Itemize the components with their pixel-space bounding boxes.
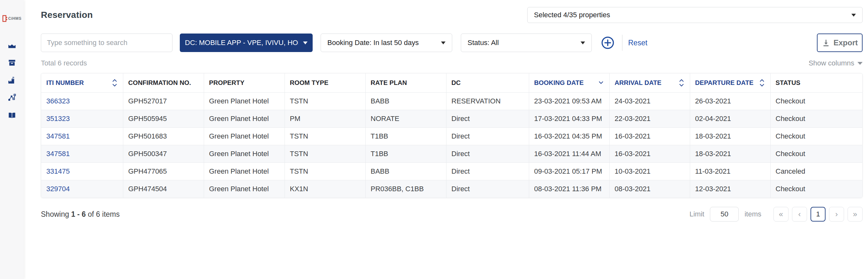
room-type-cell: TSTN: [284, 145, 365, 162]
iti-number-link[interactable]: 347581: [46, 132, 70, 140]
table-row: 366323GPH527017Green Planet HotelTSTNBAB…: [41, 92, 862, 110]
table-row: 329704GPH474504Green Planet HotelKX1NPR0…: [41, 180, 862, 197]
arrival-date-cell: 16-03-2021: [609, 127, 690, 145]
booking-date-cell: 09-03-2021 05:17 PM: [529, 162, 609, 180]
page-buttons: « ‹ 1 › »: [773, 207, 863, 221]
confirmation-no-cell: GPH477065: [123, 162, 204, 180]
route-chart-icon: [8, 94, 16, 102]
rate-plan-cell: BABB: [365, 162, 446, 180]
column-header-dc: DC: [446, 73, 529, 92]
limit-label: Limit: [689, 210, 704, 218]
chevron-down-icon: [441, 41, 445, 44]
dc-cell: Direct: [446, 162, 529, 180]
confirmation-no-cell: GPH527017: [123, 92, 204, 110]
column-header-booking-date[interactable]: BOOKING DATE: [529, 73, 609, 92]
rate-plan-cell: PR036BB, C1BB: [365, 180, 446, 197]
iti-number-cell: 366323: [41, 92, 123, 110]
cihms-door-icon: [2, 15, 7, 22]
iti-number-cell: 329704: [41, 180, 123, 197]
departure-date-cell: 12-03-2021: [690, 180, 770, 197]
table-row: 347581GPH501683Green Planet HotelTSTNT1B…: [41, 127, 862, 145]
sidebar-nav: [0, 36, 24, 124]
confirmation-no-cell: GPH500347: [123, 145, 204, 162]
filter-bar: DC: MOBILE APP - VPE, IVIVU, HON... Book…: [41, 33, 863, 52]
prev-page-button[interactable]: ‹: [792, 207, 807, 221]
column-header-iti-number[interactable]: ITI NUMBER: [41, 73, 123, 92]
next-page-button[interactable]: ›: [829, 207, 844, 221]
rate-plan-cell: BABB: [365, 92, 446, 110]
column-header-rate-plan: RATE PLAN: [365, 73, 446, 92]
iti-number-cell: 347581: [41, 127, 123, 145]
arrival-date-cell: 08-03-2021: [609, 180, 690, 197]
column-label: ARRIVAL DATE: [615, 79, 662, 87]
search-input[interactable]: [41, 33, 173, 52]
sidebar-item-analytics[interactable]: [0, 36, 24, 54]
status-filter-dropdown[interactable]: Status: All: [461, 33, 592, 52]
booking-date-cell: 16-03-2021 04:35 PM: [529, 127, 609, 145]
rate-plan-cell: NORATE: [365, 110, 446, 127]
iti-number-link[interactable]: 329704: [46, 185, 70, 193]
column-label: DC: [452, 79, 461, 87]
sort-desc-icon: [598, 81, 603, 84]
property-selector-dropdown[interactable]: Selected 4/35 properties: [527, 7, 863, 23]
first-page-button[interactable]: «: [773, 207, 788, 221]
last-page-button[interactable]: »: [847, 207, 863, 221]
sidebar-item-property[interactable]: [0, 71, 24, 89]
divider: [622, 35, 622, 51]
column-label: BOOKING DATE: [534, 79, 584, 87]
status-cell: Checkout: [770, 145, 862, 162]
showing-summary: Showing 1 - 6 of 6 items: [41, 210, 120, 219]
iti-number-link[interactable]: 351323: [46, 115, 70, 123]
dc-cell: Direct: [446, 145, 529, 162]
departure-date-cell: 26-03-2021: [690, 92, 770, 110]
iti-number-link[interactable]: 347581: [46, 150, 70, 158]
iti-number-link[interactable]: 366323: [46, 97, 70, 105]
arrival-date-cell: 10-03-2021: [609, 162, 690, 180]
reset-button[interactable]: Reset: [628, 39, 647, 47]
column-header-room-type: ROOM TYPE: [284, 73, 365, 92]
column-header-departure-date[interactable]: DEPARTURE DATE: [690, 73, 770, 92]
page-title: Reservation: [41, 10, 93, 20]
dc-filter-dropdown[interactable]: DC: MOBILE APP - VPE, IVIVU, HON...: [180, 33, 313, 52]
export-button[interactable]: Export: [817, 33, 863, 52]
column-header-arrival-date[interactable]: ARRIVAL DATE: [609, 73, 690, 92]
booking-date-filter-dropdown[interactable]: Booking Date: In last 50 days: [321, 33, 452, 52]
chevron-down-icon: [581, 41, 585, 44]
column-label: PROPERTY: [209, 79, 245, 87]
current-page-button[interactable]: 1: [810, 207, 826, 221]
column-label: ROOM TYPE: [290, 79, 329, 87]
iti-number-cell: 347581: [41, 145, 123, 162]
booking-date-cell: 17-03-2021 04:33 PM: [529, 110, 609, 127]
rate-plan-cell: T1BB: [365, 145, 446, 162]
sidebar-item-inventory[interactable]: [0, 54, 24, 71]
sidebar-item-reservations[interactable]: [0, 106, 24, 124]
departure-date-cell: 18-03-2021: [690, 127, 770, 145]
property-cell: Green Planet Hotel: [204, 127, 284, 145]
property-cell: Green Planet Hotel: [204, 162, 284, 180]
property-cell: Green Planet Hotel: [204, 92, 284, 110]
room-type-cell: TSTN: [284, 127, 365, 145]
room-type-cell: KX1N: [284, 180, 365, 197]
departure-date-cell: 18-03-2021: [690, 145, 770, 162]
room-type-cell: TSTN: [284, 92, 365, 110]
rate-plan-cell: T1BB: [365, 127, 446, 145]
limit-input[interactable]: [710, 207, 739, 221]
column-label: STATUS: [776, 79, 801, 87]
title-bar: Reservation Selected 4/35 properties: [41, 7, 863, 23]
confirmation-no-cell: GPH501683: [123, 127, 204, 145]
table-header-row: ITI NUMBERCONFIRMATION NO.PROPERTYROOM T…: [41, 73, 862, 92]
brand-logo[interactable]: CiHMS: [0, 15, 24, 22]
sidebar-item-channels[interactable]: [0, 89, 24, 106]
pagination: Limit items « ‹ 1 › »: [689, 207, 863, 221]
status-cell: Canceled: [770, 162, 862, 180]
arrival-date-cell: 22-03-2021: [609, 110, 690, 127]
add-filter-button[interactable]: [600, 35, 615, 50]
iti-number-cell: 351323: [41, 110, 123, 127]
items-label: items: [744, 210, 761, 218]
confirmation-no-cell: GPH474504: [123, 180, 204, 197]
status-cell: Checkout: [770, 92, 862, 110]
show-columns-button[interactable]: Show columns: [809, 59, 863, 67]
booking-date-cell: 16-03-2021 11:44 AM: [529, 145, 609, 162]
iti-number-link[interactable]: 331475: [46, 167, 70, 175]
castle-icon: [8, 76, 16, 85]
